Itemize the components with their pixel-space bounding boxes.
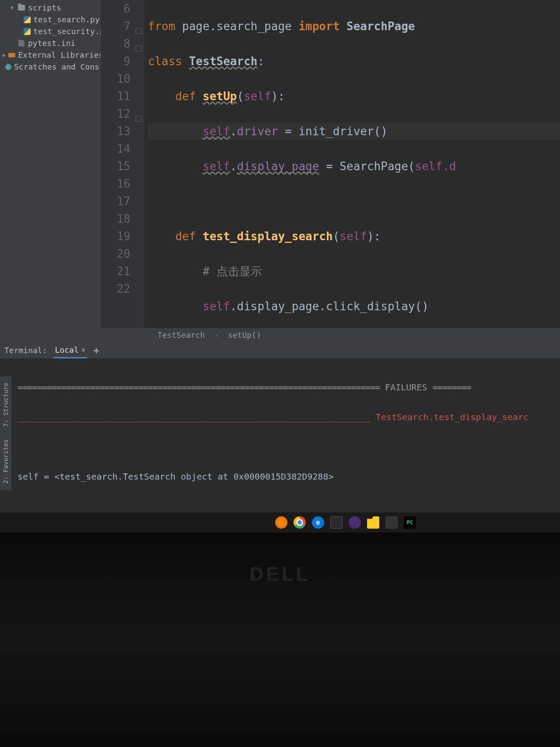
firefox-icon[interactable]	[275, 516, 287, 529]
line-number: 22	[101, 280, 144, 298]
side-toolbar: 7: Structure 2: Favorites	[0, 376, 11, 490]
term-line	[18, 499, 551, 514]
pycharm-icon[interactable]: PC	[404, 516, 416, 529]
chevron-down-icon: ▼	[10, 5, 15, 11]
line-number: 11	[101, 88, 144, 105]
code-line-current: self.driver = init_driver()	[148, 123, 560, 140]
term-line	[18, 439, 551, 454]
tree-file-pytest-ini[interactable]: pytest.ini	[3, 37, 98, 49]
breadcrumb-method[interactable]: setUp()	[228, 330, 261, 340]
line-number: 6	[101, 0, 144, 18]
line-number: 20	[101, 245, 144, 263]
favorites-tool-button[interactable]: 2: Favorites	[1, 435, 10, 488]
tree-label: Scratches and Cons	[14, 62, 99, 71]
tree-label: test_search.py	[33, 15, 100, 24]
line-number: 9	[101, 53, 144, 70]
tree-label: pytest.ini	[28, 39, 75, 48]
code-line: def setUp(self):	[148, 88, 560, 105]
line-number: 18	[101, 210, 144, 228]
code-line	[148, 193, 560, 210]
folder-icon	[18, 4, 25, 12]
library-icon	[8, 51, 15, 59]
chevron-right-icon: ▶	[3, 52, 6, 58]
fold-icon[interactable]	[136, 116, 142, 122]
dell-logo: DELL	[250, 563, 311, 585]
terminal-tab-local[interactable]: Local ×	[53, 343, 88, 358]
python-file-icon	[24, 16, 31, 24]
file-explorer-icon[interactable]	[367, 516, 379, 529]
terminal-header: Terminal: Local × +	[0, 342, 560, 359]
python-file-icon	[24, 28, 31, 35]
code-line: self.display_page.click_display()	[148, 298, 560, 315]
line-number: 21	[101, 263, 144, 280]
term-line: self = <test_search.TestSearch object at…	[18, 469, 551, 484]
edge-icon[interactable]: e	[312, 516, 324, 529]
code-line: class TestSearch:	[148, 53, 560, 70]
line-number: 17	[101, 193, 144, 210]
code-line: from page.search_page import SearchPage	[148, 18, 560, 35]
close-icon[interactable]: ×	[81, 346, 86, 354]
ini-file-icon	[18, 39, 25, 47]
terminal-title: Terminal:	[4, 346, 47, 355]
tree-label: External Libraries	[18, 50, 101, 60]
tree-label: test_security.p	[33, 27, 101, 36]
tree-external-libraries[interactable]: ▶ External Libraries	[3, 49, 98, 61]
tree-label: scripts	[28, 3, 61, 12]
chevron-right-icon: ›	[214, 330, 219, 340]
breadcrumb[interactable]: TestSearch › setUp()	[0, 328, 560, 342]
scratch-icon	[5, 63, 11, 71]
project-tree[interactable]: ▼ scripts test_search.py test_security.p…	[0, 0, 101, 328]
app-icon[interactable]	[349, 516, 361, 529]
line-number: 14	[101, 140, 144, 158]
structure-tool-button[interactable]: 7: Structure	[1, 378, 10, 431]
code-line: def test_display_search(self):	[148, 228, 560, 245]
app-icon[interactable]	[385, 516, 398, 529]
code-line: self.display_page = SearchPage(self.d	[148, 158, 560, 175]
code-line: # 点击显示	[148, 263, 560, 280]
code-editor[interactable]: from page.search_page import SearchPage …	[144, 0, 560, 328]
tree-file-test-security[interactable]: test_security.p	[3, 25, 98, 37]
term-line: ________________________________________…	[18, 410, 551, 424]
add-terminal-icon[interactable]: +	[93, 345, 99, 356]
line-number: 15	[101, 158, 144, 175]
term-line: ========================================…	[18, 380, 551, 395]
breadcrumb-class[interactable]: TestSearch	[158, 330, 205, 340]
line-number: 13	[101, 123, 144, 140]
app-icon[interactable]	[330, 516, 343, 529]
fold-icon[interactable]	[136, 46, 142, 52]
line-number: 16	[101, 175, 144, 193]
fold-icon[interactable]	[136, 28, 142, 34]
tree-file-test-search[interactable]: test_search.py	[3, 14, 98, 25]
line-gutter: 6 7 8 9 10 11 12 13 14 15 16 17 18 19 20…	[101, 0, 144, 328]
line-number: 19	[101, 228, 144, 245]
windows-taskbar[interactable]: e PC	[0, 512, 560, 533]
line-number: 10	[101, 70, 144, 88]
tree-scratches[interactable]: Scratches and Cons	[3, 61, 98, 73]
chrome-icon[interactable]	[294, 516, 306, 529]
tree-folder-scripts[interactable]: ▼ scripts	[3, 2, 98, 14]
